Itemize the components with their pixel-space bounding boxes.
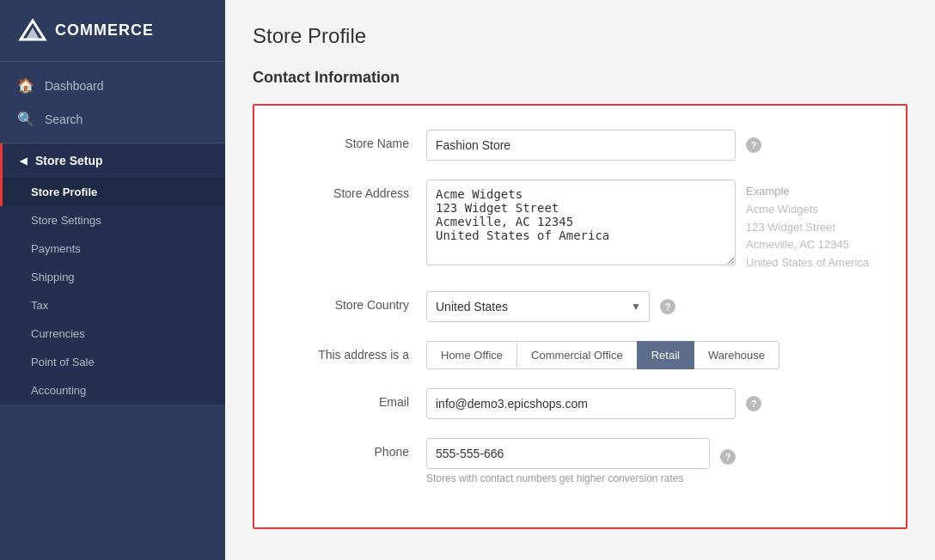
sidebar-item-accounting[interactable]: Accounting (0, 376, 225, 405)
address-type-row: This address is a Home Office Commercial… (289, 341, 871, 369)
address-type-warehouse[interactable]: Warehouse (694, 341, 779, 369)
sidebar-item-store-profile[interactable]: Store Profile (0, 178, 225, 206)
sidebar-item-dashboard[interactable]: 🏠 Dashboard (0, 69, 225, 102)
store-name-input[interactable] (426, 130, 736, 161)
phone-help-icon[interactable]: ? (720, 449, 736, 465)
sidebar-item-store-settings[interactable]: Store Settings (0, 206, 225, 234)
store-country-row: Store Country United States Canada Unite… (289, 291, 871, 322)
sidebar-item-search[interactable]: 🔍 Search (0, 102, 225, 136)
example-line1: Acme Widgets (746, 201, 869, 219)
section-title: Contact Information (253, 69, 908, 87)
sidebar: COMMERCE 🏠 Dashboard 🔍 Search ◀ Store Se… (0, 0, 225, 560)
store-country-help-icon[interactable]: ? (660, 299, 675, 314)
email-field-wrap: ? (426, 388, 871, 419)
address-type-field: Home Office Commercial Office Retail War… (426, 341, 871, 369)
logo: COMMERCE (0, 0, 225, 62)
store-address-textarea[interactable]: Acme Widgets 123 Widget Street Acmeville… (426, 180, 736, 265)
example-line3: Acmeville, AC 12345 (746, 236, 869, 254)
store-setup-subnav: Store Profile Store Settings Payments Sh… (0, 178, 225, 405)
dashboard-label: Dashboard (45, 79, 104, 93)
store-country-field: United States Canada United Kingdom ▼ ? (426, 291, 871, 322)
store-country-label: Store Country (289, 291, 426, 312)
phone-label: Phone (289, 438, 426, 459)
example-label: Example (746, 183, 869, 201)
main-content: Store Profile Contact Information Store … (225, 0, 935, 560)
phone-field-wrap: ? Stores with contact numbers get higher… (426, 438, 871, 484)
store-name-help-icon[interactable]: ? (746, 137, 761, 153)
store-name-label: Store Name (289, 130, 426, 150)
sidebar-item-shipping[interactable]: Shipping (0, 263, 225, 291)
store-address-row: Store Address Acme Widgets 123 Widget St… (289, 180, 871, 272)
store-name-field: ? (426, 130, 871, 161)
phone-row: Phone ? Stores with contact numbers get … (289, 438, 871, 484)
sidebar-item-currencies[interactable]: Currencies (0, 320, 225, 348)
example-line4: United States of America (746, 254, 869, 272)
chevron-left-icon: ◀ (20, 155, 27, 167)
home-icon: 🏠 (17, 77, 34, 94)
address-type-btn-group: Home Office Commercial Office Retail War… (426, 341, 779, 369)
store-setup-header[interactable]: ◀ Store Setup (0, 143, 225, 178)
address-type-home-office[interactable]: Home Office (426, 341, 517, 369)
contact-info-card: Store Name ? Store Address Acme Widgets … (253, 104, 908, 529)
search-label: Search (45, 113, 82, 126)
email-row: Email ? (289, 388, 871, 419)
store-name-row: Store Name ? (289, 130, 871, 161)
store-address-field: Acme Widgets 123 Widget Street Acmeville… (426, 180, 871, 272)
page-title: Store Profile (253, 24, 908, 48)
address-type-commercial-office[interactable]: Commercial Office (516, 341, 638, 369)
address-type-label: This address is a (289, 341, 426, 362)
search-icon: 🔍 (17, 111, 34, 127)
email-input[interactable] (426, 388, 736, 419)
logo-text: COMMERCE (55, 21, 154, 40)
sidebar-item-point-of-sale[interactable]: Point of Sale (0, 348, 225, 376)
top-nav: 🏠 Dashboard 🔍 Search (0, 62, 225, 143)
store-address-label: Store Address (289, 180, 426, 200)
address-example: Example Acme Widgets 123 Widget Street A… (746, 183, 869, 272)
phone-hint: Stores with contact numbers get higher c… (426, 472, 736, 484)
country-select-wrap: United States Canada United Kingdom ▼ (426, 291, 650, 322)
email-help-icon[interactable]: ? (746, 396, 761, 411)
example-line2: 123 Widget Street (746, 219, 869, 237)
email-label: Email (289, 388, 426, 409)
store-country-select[interactable]: United States Canada United Kingdom (426, 291, 650, 322)
phone-input[interactable] (426, 438, 710, 469)
sidebar-item-tax[interactable]: Tax (0, 291, 225, 320)
address-type-retail[interactable]: Retail (637, 341, 694, 369)
sidebar-item-payments[interactable]: Payments (0, 234, 225, 263)
store-setup-label: Store Setup (35, 154, 103, 167)
